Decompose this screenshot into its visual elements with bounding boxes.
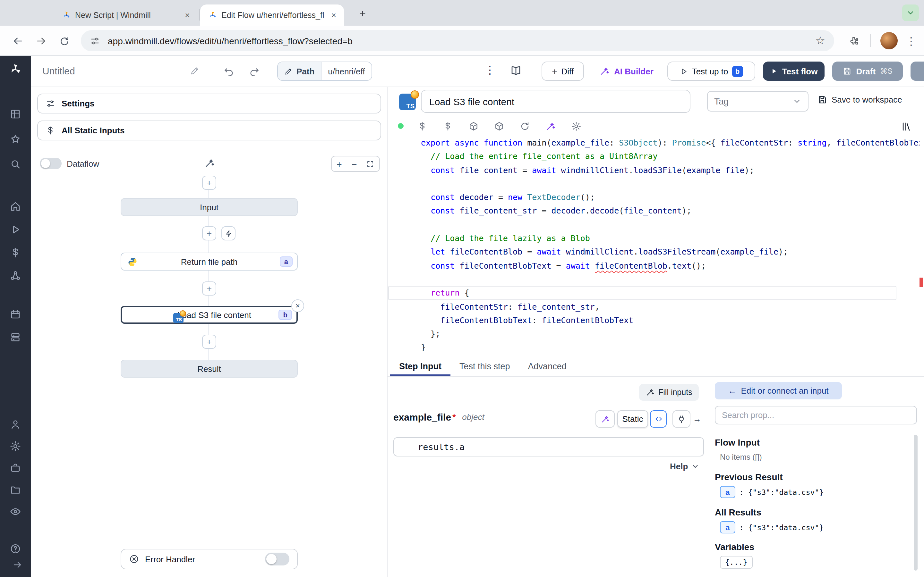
- sidebar-settings-icon[interactable]: [10, 440, 21, 452]
- flow-title[interactable]: Untitled: [42, 65, 75, 76]
- extensions-button[interactable]: [845, 32, 863, 50]
- error-handler-row[interactable]: Error Handler: [121, 549, 298, 569]
- result-key-badge[interactable]: a: [720, 486, 735, 498]
- edit-connect-button[interactable]: ← Edit or connect an input: [715, 382, 842, 400]
- resources-dollar-button[interactable]: [441, 119, 454, 133]
- editor-settings-button[interactable]: [570, 119, 583, 133]
- code-line[interactable]: const decoder = new TextDecoder();: [388, 190, 919, 204]
- sidebar-collapse-icon[interactable]: [12, 560, 24, 571]
- sidebar-folders-icon[interactable]: [10, 484, 21, 496]
- windmill-logo[interactable]: [8, 62, 23, 76]
- code-line[interactable]: export async function main(example_file:…: [388, 136, 919, 150]
- add-step-button-top[interactable]: +: [202, 176, 216, 190]
- flow-node-return-file-path[interactable]: Return file path a: [121, 253, 298, 271]
- undo-button[interactable]: [220, 62, 237, 80]
- sidebar-variables-icon[interactable]: [10, 247, 21, 258]
- sidebar-audit-icon[interactable]: [10, 506, 21, 517]
- docs-book-icon[interactable]: [510, 65, 522, 76]
- code-editor[interactable]: export async function main(example_file:…: [388, 136, 919, 356]
- dataflow-toggle[interactable]: [40, 158, 61, 169]
- code-line[interactable]: fileContentStr: file_content_str,: [388, 300, 919, 314]
- tab-close-icon[interactable]: ×: [182, 10, 192, 20]
- path-segment[interactable]: Path: [278, 62, 321, 80]
- profile-avatar[interactable]: [880, 32, 898, 49]
- ai-wand-button[interactable]: [544, 119, 557, 133]
- sidebar-apps-icon[interactable]: [10, 108, 21, 120]
- code-line[interactable]: };: [388, 327, 919, 341]
- code-line[interactable]: [388, 272, 919, 286]
- package-button-1[interactable]: [467, 119, 480, 133]
- zoom-out-button[interactable]: −: [352, 159, 357, 169]
- code-line[interactable]: // Load the entire file_content as a Uin…: [388, 150, 919, 163]
- javascript-mode-button[interactable]: [650, 410, 667, 428]
- package-button-2[interactable]: [493, 119, 506, 133]
- scrollbar-thumb[interactable]: [914, 435, 918, 571]
- path-control[interactable]: Path u/henri/eff: [277, 61, 372, 81]
- all-static-inputs-row[interactable]: All Static Inputs: [37, 121, 381, 140]
- test-flow-button[interactable]: Test flow: [763, 61, 825, 81]
- code-line[interactable]: const file_content_str = decoder.decode(…: [388, 204, 919, 218]
- draft-button[interactable]: Draft ⌘S: [832, 61, 903, 81]
- flow-node-load-s3-file-content[interactable]: TS Load S3 file content b: [121, 306, 298, 324]
- step-title-input[interactable]: [421, 90, 690, 113]
- result-key-badge[interactable]: a: [720, 521, 735, 533]
- sidebar-resources-icon[interactable]: [10, 270, 21, 282]
- variables-badge[interactable]: {...}: [720, 556, 752, 569]
- tab-search-button[interactable]: [902, 5, 919, 21]
- site-settings-icon[interactable]: [90, 35, 100, 46]
- url-text[interactable]: app.windmill.dev/flows/edit/u/henri/effo…: [108, 35, 816, 46]
- settings-row[interactable]: Settings: [37, 93, 381, 113]
- omnibox[interactable]: app.windmill.dev/flows/edit/u/henri/effo…: [81, 30, 834, 51]
- code-line[interactable]: return {: [388, 286, 897, 300]
- diff-button[interactable]: + Diff: [541, 61, 584, 81]
- code-line[interactable]: }: [388, 341, 919, 355]
- code-line[interactable]: [388, 218, 919, 232]
- browser-tab-new-script[interactable]: New Script | Windmill ×: [54, 5, 198, 26]
- sidebar-user-icon[interactable]: [10, 419, 21, 430]
- remove-step-button[interactable]: ×: [291, 300, 304, 312]
- trigger-bolt-button[interactable]: [221, 226, 236, 240]
- forward-button[interactable]: [32, 32, 50, 50]
- fullscreen-icon[interactable]: [367, 160, 375, 168]
- prop-search-input[interactable]: [715, 406, 917, 424]
- sidebar-workspace-icon[interactable]: [10, 462, 21, 474]
- add-step-button-1[interactable]: +: [202, 226, 216, 240]
- flow-node-result[interactable]: Result: [121, 359, 298, 378]
- code-line[interactable]: const file_content = await windmillClien…: [388, 163, 919, 177]
- help-button[interactable]: Help: [670, 462, 699, 471]
- tab-close-icon[interactable]: ×: [328, 10, 339, 20]
- bookmark-star-icon[interactable]: ☆: [816, 34, 825, 47]
- variables-dollar-button[interactable]: [416, 119, 429, 133]
- edit-title-pencil-icon[interactable]: [190, 66, 200, 76]
- redo-button[interactable]: [245, 62, 263, 80]
- test-up-to-button[interactable]: Test up to b: [667, 61, 755, 81]
- reset-refresh-button[interactable]: [519, 119, 531, 133]
- save-to-workspace-button[interactable]: Save to workspace: [817, 95, 902, 105]
- field-ai-wand-button[interactable]: [596, 410, 615, 428]
- zoom-in-button[interactable]: +: [336, 159, 342, 169]
- all-results-row[interactable]: a : {"s3":"data.csv"}: [720, 521, 824, 533]
- sidebar-workers-icon[interactable]: [10, 332, 21, 343]
- sidebar-favorites-icon[interactable]: [10, 133, 21, 145]
- code-line[interactable]: fileContentBlobText: fileContentBlobText: [388, 314, 919, 327]
- path-value[interactable]: u/henri/eff: [321, 62, 371, 80]
- browser-menu-button[interactable]: ⋮: [902, 32, 920, 50]
- code-line[interactable]: let fileContentBlob = await windmillClie…: [388, 245, 919, 259]
- tag-select[interactable]: Tag: [707, 91, 809, 111]
- library-button[interactable]: [900, 119, 913, 133]
- sidebar-home-icon[interactable]: [10, 201, 21, 212]
- add-step-button-2[interactable]: +: [202, 282, 216, 295]
- tab-advanced[interactable]: Advanced: [519, 356, 575, 376]
- previous-result-row[interactable]: a : {"s3":"data.csv"}: [720, 486, 824, 498]
- sidebar-help-icon[interactable]: [10, 543, 21, 554]
- sidebar-search-icon[interactable]: [10, 158, 21, 170]
- sidebar-runs-icon[interactable]: [10, 224, 21, 235]
- sidebar-schedules-icon[interactable]: [10, 308, 21, 320]
- fill-inputs-button[interactable]: Fill inputs: [639, 384, 699, 401]
- deploy-button[interactable]: Deploy: [911, 61, 924, 81]
- expression-input[interactable]: [393, 437, 704, 456]
- ai-builder-button[interactable]: AI Builder: [599, 61, 654, 81]
- code-line[interactable]: const fileContentBlobText = await fileCo…: [388, 259, 919, 272]
- new-tab-button[interactable]: +: [354, 6, 371, 23]
- code-line[interactable]: // Load the file lazily as a Blob: [388, 231, 919, 245]
